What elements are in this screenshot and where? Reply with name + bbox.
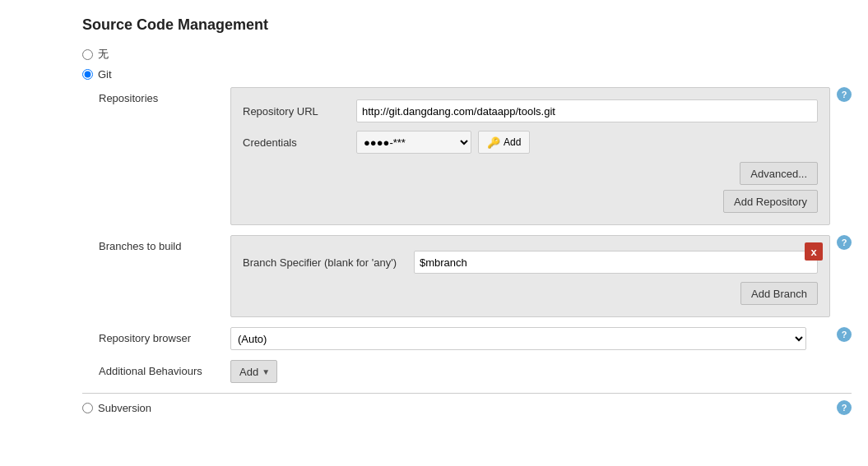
branches-box: x Branch Specifier (blank for 'any') Add… <box>230 235 830 317</box>
page: Source Code Management 无 Git Repositorie… <box>0 0 868 466</box>
add-credential-button[interactable]: 🔑 Add <box>478 131 530 154</box>
repo-browser-section: Repository browser (Auto) githubweb giti… <box>99 327 852 350</box>
add-behaviour-button[interactable]: Add ▼ <box>230 360 277 383</box>
delete-branch-button[interactable]: x <box>805 242 823 261</box>
page-title: Source Code Management <box>82 16 852 34</box>
none-radio-row: 无 <box>82 47 852 62</box>
none-label: 无 <box>98 47 109 62</box>
credentials-row: Credentials ●●●●-*** 🔑 Add <box>243 131 818 154</box>
add-repo-btn-row: Add Repository <box>243 190 818 213</box>
add-branch-btn-row: Add Branch <box>243 282 818 305</box>
subversion-help-icon[interactable]: ? <box>837 400 852 415</box>
additional-behaviours-label: Additional Behaviours <box>99 360 230 377</box>
repositories-help-icon[interactable]: ? <box>837 87 852 102</box>
git-radio-row: Git <box>82 68 852 81</box>
additional-behaviours-content: Add ▼ <box>230 360 852 383</box>
repositories-section: Repositories Repository URL Credentials … <box>99 87 852 225</box>
section-divider <box>82 393 852 394</box>
subversion-radio-row: Subversion ? <box>82 400 852 415</box>
repo-url-row: Repository URL <box>243 99 818 122</box>
add-branch-button[interactable]: Add Branch <box>740 282 818 305</box>
branches-section: Branches to build x Branch Specifier (bl… <box>99 235 852 317</box>
repositories-content: Repository URL Credentials ●●●●-*** 🔑 Ad… <box>230 87 830 225</box>
subversion-label: Subversion <box>98 402 151 414</box>
repo-browser-select[interactable]: (Auto) githubweb gitiles gitlist <box>230 327 806 350</box>
chevron-down-icon: ▼ <box>262 367 270 376</box>
add-repository-button[interactable]: Add Repository <box>723 190 818 213</box>
git-radio[interactable] <box>82 69 93 80</box>
branches-label: Branches to build <box>99 235 230 252</box>
repositories-label: Repositories <box>99 87 230 104</box>
repo-browser-content: (Auto) githubweb gitiles gitlist <box>230 327 830 350</box>
repo-browser-label: Repository browser <box>99 327 230 344</box>
advanced-btn-row: Advanced... <box>243 162 818 185</box>
additional-behaviours-section: Additional Behaviours Add ▼ <box>99 360 852 383</box>
advanced-button[interactable]: Advanced... <box>740 162 818 185</box>
key-icon: 🔑 <box>487 136 500 149</box>
branch-specifier-label: Branch Specifier (blank for 'any') <box>243 256 407 269</box>
repositories-box: Repository URL Credentials ●●●●-*** 🔑 Ad… <box>230 87 830 225</box>
branch-specifier-row: Branch Specifier (blank for 'any') <box>243 251 818 274</box>
branches-help-icon[interactable]: ? <box>837 235 852 250</box>
branches-content-wrapper: x Branch Specifier (blank for 'any') Add… <box>230 235 830 317</box>
subversion-radio[interactable] <box>82 403 93 413</box>
repo-url-label: Repository URL <box>243 105 350 118</box>
git-label: Git <box>98 68 112 81</box>
none-radio[interactable] <box>82 49 93 60</box>
repo-browser-help-icon[interactable]: ? <box>837 327 852 342</box>
branch-specifier-input[interactable] <box>414 251 818 274</box>
credentials-label: Credentials <box>243 136 350 149</box>
add-behaviour-label: Add <box>239 366 258 378</box>
add-credential-label: Add <box>504 136 521 148</box>
repo-url-input[interactable] <box>356 99 818 122</box>
credentials-select[interactable]: ●●●●-*** <box>356 131 471 154</box>
